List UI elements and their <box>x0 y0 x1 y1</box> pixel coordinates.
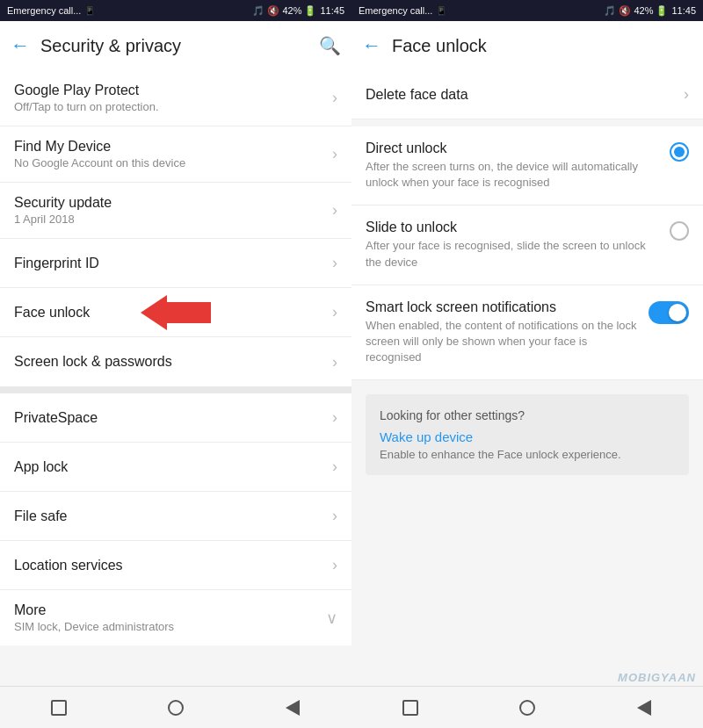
chevron-icon: › <box>684 85 689 104</box>
right-content: Delete face data › Direct unlock After t… <box>352 70 703 686</box>
chevron-icon: › <box>332 507 337 525</box>
sim-icon: 📱 <box>84 6 95 16</box>
sim-icon-right: 📱 <box>436 6 446 16</box>
nav-back-button[interactable] <box>279 695 306 721</box>
item-title: More <box>14 602 319 618</box>
list-item-face-unlock[interactable]: Face unlock › <box>0 288 352 337</box>
item-title: Security update <box>14 195 325 211</box>
top-section: Google Play Protect Off/Tap to turn on p… <box>0 70 352 386</box>
chevron-icon: › <box>332 254 337 272</box>
svg-marker-0 <box>141 295 211 330</box>
chevron-down-icon: ∨ <box>326 609 337 628</box>
left-content: Google Play Protect Off/Tap to turn on p… <box>0 70 352 686</box>
setting-slide-to-unlock[interactable]: Slide to unlock After your face is recog… <box>352 205 703 285</box>
chevron-icon: › <box>332 303 337 321</box>
recents-icon-right <box>402 700 418 716</box>
item-title: Delete face data <box>366 87 677 103</box>
list-item-find-my-device[interactable]: Find My Device No Google Account on this… <box>0 126 352 183</box>
chevron-icon: › <box>332 408 337 427</box>
nav-back-button-right[interactable] <box>631 695 657 721</box>
toggle-smart-lock[interactable] <box>649 301 689 324</box>
item-title: Screen lock & passwords <box>14 354 325 370</box>
status-icons: 🎵 🔇 42% 🔋 <box>252 5 316 17</box>
item-title: Google Play Protect <box>14 83 325 98</box>
other-settings-desc: Enable to enhance the Face unlock experi… <box>380 448 675 461</box>
back-icon <box>286 700 300 716</box>
wake-up-device-link[interactable]: Wake up device <box>380 429 675 444</box>
emergency-call-label-right: Emergency call... <box>359 5 432 16</box>
status-bar-left: Emergency call... 📱 🎵 🔇 42% 🔋 11:45 <box>0 0 352 21</box>
list-item-private-space[interactable]: PrivateSpace › <box>0 393 352 443</box>
list-item-google-play-protect[interactable]: Google Play Protect Off/Tap to turn on p… <box>0 70 352 126</box>
red-arrow-icon <box>141 295 211 330</box>
chevron-icon: › <box>332 458 337 476</box>
item-subtitle: Off/Tap to turn on protection. <box>14 100 325 113</box>
other-settings-heading: Looking for other settings? <box>380 408 675 422</box>
right-header: ← Face unlock <box>352 21 703 70</box>
list-item-delete-face-data[interactable]: Delete face data › <box>352 70 703 119</box>
search-button[interactable]: 🔍 <box>319 35 341 56</box>
setting-title: Direct unlock <box>366 141 659 156</box>
list-item-app-lock[interactable]: App lock › <box>0 443 352 492</box>
nav-home-button-right[interactable] <box>514 695 540 721</box>
chevron-icon: › <box>332 556 337 574</box>
time-right: 11:45 <box>671 5 696 16</box>
setting-desc: After your face is recognised, slide the… <box>366 238 659 270</box>
time-left: 11:45 <box>320 5 344 16</box>
item-subtitle: SIM lock, Device administrators <box>14 620 319 633</box>
emergency-call-label: Emergency call... <box>7 5 81 16</box>
home-icon <box>168 700 184 716</box>
setting-desc: When enabled, the content of notificatio… <box>366 318 638 366</box>
item-title: Location services <box>14 558 325 573</box>
item-subtitle: No Google Account on this device <box>14 156 325 169</box>
setting-direct-unlock[interactable]: Direct unlock After the screen turns on,… <box>352 126 703 205</box>
chevron-icon: › <box>332 145 337 163</box>
radio-direct-unlock[interactable] <box>670 142 689 162</box>
setting-title: Smart lock screen notifications <box>366 299 638 315</box>
status-icons-right: 🎵 🔇 42% 🔋 <box>604 5 668 17</box>
list-item-fingerprint-id[interactable]: Fingerprint ID › <box>0 239 352 288</box>
chevron-icon: › <box>332 201 337 220</box>
back-button-right[interactable]: ← <box>362 34 381 57</box>
list-item-more[interactable]: More SIM lock, Device administrators ∨ <box>0 590 352 645</box>
radio-slide-to-unlock[interactable] <box>670 221 689 241</box>
home-icon-right <box>519 700 535 716</box>
nav-recents-button[interactable] <box>46 695 72 721</box>
setting-title: Slide to unlock <box>366 220 659 235</box>
chevron-icon: › <box>332 89 337 107</box>
status-bar-right: Emergency call... 📱 🎵 🔇 42% 🔋 11:45 <box>352 0 703 21</box>
bottom-section: PrivateSpace › App lock › File safe › <box>0 393 352 645</box>
bottom-nav-right <box>352 686 703 728</box>
list-item-security-update[interactable]: Security update 1 April 2018 › <box>0 183 352 239</box>
item-title: PrivateSpace <box>14 410 325 426</box>
item-title: Find My Device <box>14 139 325 155</box>
section-divider <box>0 386 352 393</box>
list-item-file-safe[interactable]: File safe › <box>0 492 352 541</box>
item-title: App lock <box>14 459 325 475</box>
back-icon-right <box>637 700 651 716</box>
setting-desc: After the screen turns on, the device wi… <box>366 159 659 191</box>
setting-smart-lock[interactable]: Smart lock screen notifications When ena… <box>352 285 703 381</box>
chevron-icon: › <box>332 353 337 371</box>
nav-home-button[interactable] <box>163 695 189 721</box>
left-panel: Emergency call... 📱 🎵 🔇 42% 🔋 11:45 ← Se… <box>0 0 352 728</box>
right-panel: Emergency call... 📱 🎵 🔇 42% 🔋 11:45 ← Fa… <box>352 0 703 728</box>
list-item-location-services[interactable]: Location services › <box>0 541 352 590</box>
list-item-screen-lock[interactable]: Screen lock & passwords › <box>0 337 352 386</box>
item-subtitle: 1 April 2018 <box>14 213 325 226</box>
back-button-left[interactable]: ← <box>11 34 30 57</box>
item-title: Fingerprint ID <box>14 256 325 271</box>
page-title-right: Face unlock <box>392 36 692 56</box>
nav-recents-button-right[interactable] <box>397 695 424 721</box>
other-settings-card: Looking for other settings? Wake up devi… <box>366 394 689 475</box>
page-title-left: Security & privacy <box>40 36 319 56</box>
item-title: File safe <box>14 508 325 524</box>
recents-icon <box>51 700 67 716</box>
left-header: ← Security & privacy 🔍 <box>0 21 352 70</box>
bottom-nav-left <box>0 686 352 728</box>
